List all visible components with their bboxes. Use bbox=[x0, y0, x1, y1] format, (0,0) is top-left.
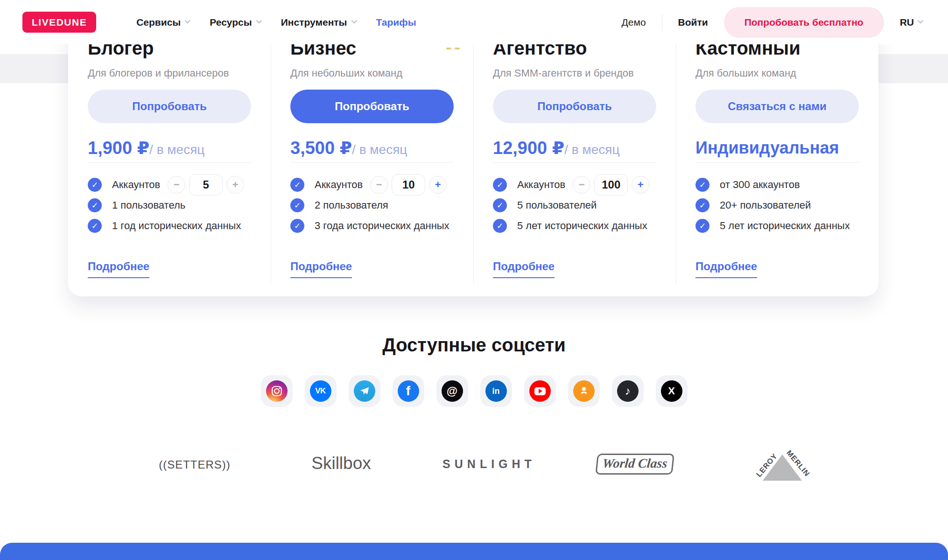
check-icon: ✓ bbox=[290, 198, 304, 212]
feature-item: ✓ 2 пользователя bbox=[290, 198, 454, 212]
plan-card-kastomnyy: Кастомный Для больших команд Связаться с… bbox=[676, 36, 878, 296]
check-icon: ✓ bbox=[493, 198, 507, 212]
social-tile bbox=[261, 375, 293, 407]
world-class-logo: World Class bbox=[597, 454, 674, 475]
accounts-stepper: − 100 + bbox=[573, 174, 649, 196]
stepper-plus-button[interactable]: + bbox=[226, 176, 244, 194]
check-icon: ✓ bbox=[88, 178, 102, 192]
try-button[interactable]: Попробовать bbox=[88, 90, 251, 123]
check-icon: ✓ bbox=[493, 219, 507, 233]
price-period: / в месяц bbox=[352, 142, 407, 157]
plan-subtitle: Для больших команд bbox=[695, 67, 859, 80]
more-link[interactable]: Подробнее bbox=[695, 260, 757, 278]
contact-button[interactable]: Связаться с нами bbox=[695, 90, 859, 123]
main-menu: Сервисы Ресурсы Инструменты Тарифы bbox=[136, 17, 416, 28]
stepper-plus-button[interactable]: + bbox=[429, 176, 447, 194]
check-icon: ✓ bbox=[88, 198, 102, 212]
menu-label: Инструменты bbox=[281, 17, 347, 28]
check-icon: ✓ bbox=[695, 178, 709, 192]
login-link[interactable]: Войти bbox=[678, 17, 708, 28]
pricing-panel: Блогер Для блогеров и фрилансеров Попроб… bbox=[68, 0, 878, 296]
language-switcher[interactable]: RU bbox=[900, 17, 922, 28]
livedune-logo[interactable]: LIVEDUNE bbox=[22, 12, 96, 33]
more-link[interactable]: Подробнее bbox=[493, 260, 555, 278]
menu-label: Ресурсы bbox=[210, 17, 252, 28]
setters-logo: ((SETTERS)) bbox=[159, 458, 231, 471]
feature-label: от 300 аккаунтов bbox=[720, 179, 800, 191]
feature-item: ✓ 1 пользователь bbox=[88, 198, 251, 212]
check-icon: ✓ bbox=[695, 219, 709, 233]
chevron-down-icon bbox=[351, 18, 357, 24]
socials-title: Доступные соцсети bbox=[0, 335, 948, 356]
feature-label: 2 пользователя bbox=[315, 199, 388, 211]
social-tile bbox=[524, 375, 556, 407]
menu-label: Тарифы bbox=[376, 17, 416, 28]
plan-subtitle: Для блогеров и фрилансеров bbox=[88, 67, 251, 80]
demo-link[interactable]: Демо bbox=[622, 17, 646, 28]
menu-item-tariffs[interactable]: Тарифы bbox=[376, 17, 416, 28]
leroy-merlin-logo: LEROY MERLIN bbox=[757, 442, 808, 484]
socials-section: Доступные соцсети VK f @ in bbox=[0, 335, 948, 407]
plan-price: 12,900 ₽/ в месяц bbox=[493, 137, 656, 159]
accounts-label: Аккаунтов bbox=[315, 179, 363, 191]
divider bbox=[88, 162, 251, 163]
brands-row: ((SETTERS)) Skillbox SUNLIGHT World Clas… bbox=[0, 439, 948, 490]
menu-item-resources[interactable]: Ресурсы bbox=[210, 17, 260, 28]
feature-list: ✓ Аккаунтов − 100 + ✓ 5 пользователей ✓ … bbox=[493, 178, 656, 233]
feature-item: ✓ 5 лет исторических данных bbox=[493, 219, 656, 233]
social-tile bbox=[568, 375, 600, 407]
odnoklassniki-icon bbox=[573, 380, 595, 402]
nav-right-group: Демо Войти Попробовать бесплатно RU bbox=[622, 7, 922, 38]
check-icon: ✓ bbox=[493, 178, 507, 192]
socials-row: VK f @ in bbox=[0, 375, 948, 407]
feature-label: 5 лет исторических данных bbox=[517, 220, 647, 232]
divider bbox=[493, 162, 656, 163]
tiktok-icon: ♪ bbox=[617, 380, 639, 402]
feature-accounts: ✓ Аккаунтов − 10 + bbox=[290, 178, 454, 192]
accounts-label: Аккаунтов bbox=[517, 179, 565, 191]
feature-accounts: ✓ Аккаунтов − 5 + bbox=[88, 178, 251, 192]
try-free-button[interactable]: Попробовать бесплатно bbox=[724, 7, 884, 38]
stepper-value[interactable]: 5 bbox=[189, 174, 223, 196]
stepper-minus-button[interactable]: − bbox=[370, 176, 388, 194]
more-link[interactable]: Подробнее bbox=[290, 260, 352, 278]
stepper-value[interactable]: 10 bbox=[392, 174, 425, 196]
feature-accounts: ✓ Аккаунтов − 100 + bbox=[493, 178, 656, 192]
social-tile bbox=[349, 375, 380, 407]
more-link[interactable]: Подробнее bbox=[88, 260, 149, 278]
check-icon: ✓ bbox=[290, 219, 304, 233]
accounts-stepper: − 10 + bbox=[370, 174, 447, 196]
next-section-edge bbox=[0, 543, 948, 560]
menu-item-tools[interactable]: Инструменты bbox=[281, 17, 356, 28]
facebook-icon: f bbox=[398, 380, 419, 402]
plan-price: Индивидуальная bbox=[695, 137, 859, 159]
youtube-icon bbox=[529, 380, 551, 402]
price-value: 3,500 ₽ bbox=[290, 138, 352, 158]
plan-price: 3,500 ₽/ в месяц bbox=[290, 137, 454, 159]
stepper-value[interactable]: 100 bbox=[594, 174, 628, 196]
chevron-down-icon bbox=[256, 18, 262, 24]
feature-item: ✓ 20+ пользователей bbox=[695, 198, 859, 212]
stepper-plus-button[interactable]: + bbox=[632, 176, 649, 194]
top-navigation: LIVEDUNE Сервисы Ресурсы Инструменты Тар… bbox=[0, 0, 948, 44]
stepper-minus-button[interactable]: − bbox=[573, 176, 590, 194]
social-tile: f bbox=[393, 375, 424, 407]
accounts-stepper: − 5 + bbox=[168, 174, 244, 196]
try-button[interactable]: Попробовать bbox=[493, 90, 656, 123]
feature-label: 5 лет исторических данных bbox=[720, 220, 850, 232]
feature-list: ✓ Аккаунтов − 5 + ✓ 1 пользователь ✓ 1 г… bbox=[88, 178, 251, 233]
feature-item: ✓ 5 лет исторических данных bbox=[695, 219, 859, 233]
try-button[interactable]: Попробовать bbox=[290, 90, 454, 123]
menu-item-services[interactable]: Сервисы bbox=[136, 17, 189, 28]
feature-list: ✓ Аккаунтов − 10 + ✓ 2 пользователя ✓ 3 … bbox=[290, 178, 454, 233]
nav-divider bbox=[662, 14, 662, 31]
vk-icon: VK bbox=[310, 380, 331, 402]
feature-item: ✓ 1 год исторических данных bbox=[88, 219, 251, 233]
feature-label: 1 пользователь bbox=[112, 199, 185, 211]
stepper-minus-button[interactable]: − bbox=[168, 176, 185, 194]
plan-card-agentstvo: Агентство Для SMM-агентств и брендов Поп… bbox=[473, 36, 676, 296]
feature-label: 20+ пользователей bbox=[720, 199, 811, 211]
sunlight-logo: SUNLIGHT bbox=[442, 457, 536, 471]
feature-label: 1 год исторических данных bbox=[112, 220, 241, 232]
plan-subtitle: Для SMM-агентств и брендов bbox=[493, 67, 656, 80]
